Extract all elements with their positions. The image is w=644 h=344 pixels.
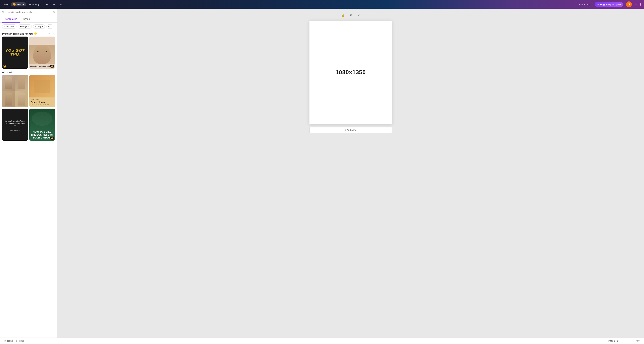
- sidebar-tabs: Templates Styles: [0, 16, 57, 23]
- search-bar: 🔍 ⚙: [0, 9, 57, 16]
- open-house-details: July 10 | Saturday 10:15 AM: [31, 104, 54, 106]
- tag-christmas[interactable]: Christmas: [2, 24, 16, 29]
- lock-button[interactable]: 🔒: [340, 12, 346, 18]
- template-card-business[interactable]: HOW TO BUILD THE BUSINESS OF YOUR DREAMS…: [29, 109, 55, 141]
- filter-icon[interactable]: ⚙: [52, 11, 55, 14]
- lock-icon: 🔒: [341, 14, 344, 17]
- collage-grid: [2, 75, 28, 107]
- redo-button[interactable]: ↪: [51, 2, 56, 7]
- open-house-content: Santo Solana Open House July 10 | Saturd…: [29, 98, 55, 107]
- resize-label: Resize: [17, 3, 24, 6]
- add-page-button[interactable]: + Add page: [310, 127, 392, 133]
- you-got-this-text: YOU GOT THIS: [2, 48, 28, 57]
- resize-icon: [13, 3, 16, 6]
- zoom-level: 48%: [636, 340, 640, 342]
- bottom-bar: 📝 Notes ⏱ Timer Page 1 / 1 48%: [0, 337, 644, 344]
- upgrade-icon: ✦: [597, 3, 599, 6]
- open-house-title: Open House: [31, 101, 54, 104]
- timer-icon: ⏱: [16, 340, 18, 342]
- main-layout: 🔍 ⚙ Templates Styles Christmas New year …: [0, 9, 644, 337]
- editing-label: Editing: [32, 3, 40, 6]
- crown-badge-business: 👑: [50, 137, 54, 140]
- pencil-icon: ✏: [29, 3, 31, 6]
- expand-button[interactable]: ⤢: [356, 12, 362, 18]
- canvas-area: 🔒 ⧉ ⤢ 1080x1350 + Add page: [57, 9, 644, 337]
- resize-button[interactable]: Resize: [11, 2, 26, 7]
- tag-row: Christmas New year Collage W...: [0, 23, 57, 31]
- premium-template-grid: YOU GOT THIS 👑 Glowi: [2, 37, 55, 69]
- zoom-slider[interactable]: [620, 340, 634, 341]
- duplicate-button[interactable]: ⧉: [348, 12, 354, 18]
- open-house-subtitle: Santo Solana: [31, 99, 54, 101]
- notes-icon: 📝: [4, 340, 6, 342]
- notes-label: Notes: [7, 340, 13, 342]
- tag-collage[interactable]: Collage: [33, 24, 45, 29]
- premium-section-header: Premium Templates for You ⭐ See all: [2, 31, 55, 37]
- search-icon: 🔍: [2, 11, 5, 14]
- notes-button[interactable]: 📝 Notes: [4, 340, 13, 342]
- timer-button[interactable]: ⏱ Timer: [16, 340, 24, 342]
- upgrade-button[interactable]: ✦ Upgrade your plan: [594, 2, 623, 7]
- template-card-open-house[interactable]: Santo Solana Open House July 10 | Saturd…: [29, 75, 55, 107]
- tab-templates[interactable]: Templates: [2, 16, 20, 23]
- template-card-glowing[interactable]: Glowing skin is a vibe. 👑: [29, 37, 55, 69]
- template-card-collage-fashion[interactable]: [2, 75, 28, 107]
- all-results-grid: Santo Solana Open House July 10 | Saturd…: [2, 75, 55, 141]
- canvas-size-text: 1080x1350: [336, 69, 366, 76]
- crown-badge: 👑: [50, 65, 54, 68]
- bottom-left: 📝 Notes ⏱ Timer: [4, 340, 24, 342]
- file-button[interactable]: File: [2, 2, 10, 7]
- premium-section-title: Premium Templates for You ⭐: [2, 32, 37, 35]
- template-card-quote[interactable]: The idea is not to live forever, but to …: [2, 109, 28, 141]
- expand-icon: ⤢: [358, 14, 360, 17]
- page-info: Page 1 / 1: [608, 340, 618, 342]
- bottom-right: Page 1 / 1 48%: [608, 340, 640, 342]
- canvas-toolbar: 🔒 ⧉ ⤢: [340, 12, 362, 18]
- chevron-down-icon: ▾: [40, 4, 41, 5]
- face-image: [29, 45, 55, 64]
- timer-label: Timer: [19, 340, 24, 342]
- all-results-title: All results: [2, 69, 55, 75]
- duplicate-icon: ⧉: [350, 14, 352, 17]
- sidebar-content: Premium Templates for You ⭐ See all YOU …: [0, 31, 57, 337]
- search-input[interactable]: [7, 11, 51, 14]
- crown-icon: 👑: [3, 65, 6, 68]
- tag-more[interactable]: W...: [46, 24, 53, 29]
- template-card-you-got-this[interactable]: YOU GOT THIS 👑: [2, 37, 28, 69]
- quote-text: The idea is not to live forever, but to …: [2, 118, 28, 129]
- more-options-button[interactable]: ⋮: [639, 3, 642, 6]
- tab-styles[interactable]: Styles: [20, 16, 32, 23]
- user-avatar[interactable]: S: [626, 2, 632, 7]
- cloud-save-icon: ☁: [58, 2, 64, 7]
- sidebar: 🔍 ⚙ Templates Styles Christmas New year …: [0, 9, 57, 337]
- star-icon: ⭐: [34, 32, 37, 35]
- topbar: File Resize ✏ Editing ▾ ↩ ↪ ☁ 1080x1350 …: [0, 0, 644, 9]
- add-button[interactable]: +: [635, 2, 637, 7]
- undo-button[interactable]: ↩: [44, 2, 50, 7]
- quote-author: ANDY WARHOL: [10, 129, 20, 131]
- editing-button[interactable]: ✏ Editing ▾: [28, 2, 43, 7]
- upgrade-label: Upgrade your plan: [600, 3, 621, 6]
- canvas-wrapper[interactable]: 1080x1350: [310, 21, 392, 124]
- tag-new-year[interactable]: New year: [18, 24, 32, 29]
- see-all-button[interactable]: See all: [48, 33, 55, 35]
- canvas-dimensions: 1080x1350: [579, 3, 590, 6]
